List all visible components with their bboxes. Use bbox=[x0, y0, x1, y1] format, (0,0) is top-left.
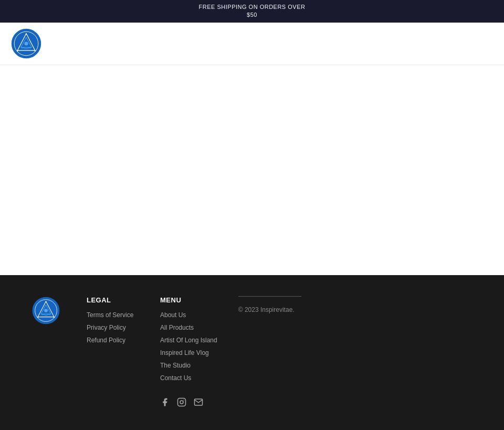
site-header bbox=[0, 23, 504, 65]
svg-point-18 bbox=[183, 400, 184, 401]
logo[interactable] bbox=[10, 28, 42, 59]
svg-point-17 bbox=[180, 401, 183, 404]
footer-link-artist[interactable]: Artist Of Long Island bbox=[160, 337, 217, 344]
footer-copyright-text: © 2023 Inspirevitae. bbox=[238, 306, 301, 313]
banner-text-line2: $50 bbox=[247, 12, 257, 18]
banner-text-line1: FREE SHIPPING ON ORDERS OVER bbox=[199, 4, 306, 10]
footer-link-terms[interactable]: Terms of Service bbox=[87, 311, 139, 319]
footer-copyright-section: © 2023 Inspirevitae. bbox=[238, 296, 301, 313]
main-content bbox=[0, 65, 504, 275]
footer-link-contact[interactable]: Contact Us bbox=[160, 374, 217, 382]
instagram-icon[interactable] bbox=[177, 397, 186, 410]
footer-legal-title: LEGAL bbox=[87, 296, 139, 304]
site-footer: LEGAL Terms of Service Privacy Policy Re… bbox=[0, 275, 504, 430]
footer-menu-section: MENU About Us All Products Artist Of Lon… bbox=[160, 296, 217, 410]
footer-link-all-products[interactable]: All Products bbox=[160, 324, 217, 331]
svg-rect-16 bbox=[178, 398, 186, 406]
social-icons-container bbox=[160, 397, 217, 410]
footer-logo-container bbox=[32, 296, 66, 327]
footer-legal-section: LEGAL Terms of Service Privacy Policy Re… bbox=[87, 296, 139, 349]
email-icon[interactable] bbox=[194, 397, 203, 410]
svg-point-12 bbox=[44, 309, 48, 312]
svg-point-4 bbox=[24, 41, 28, 45]
footer-divider bbox=[238, 296, 301, 297]
footer-link-privacy[interactable]: Privacy Policy bbox=[87, 324, 139, 331]
footer-logo-svg bbox=[32, 296, 60, 325]
svg-point-7 bbox=[35, 50, 36, 51]
svg-point-13 bbox=[45, 301, 46, 302]
logo-svg bbox=[10, 28, 42, 59]
svg-point-5 bbox=[26, 34, 27, 35]
footer-link-about[interactable]: About Us bbox=[160, 311, 217, 319]
svg-point-15 bbox=[54, 317, 55, 318]
footer-link-inspired-life[interactable]: Inspired Life Vlog bbox=[160, 349, 217, 356]
footer-menu-title: MENU bbox=[160, 296, 217, 304]
svg-point-14 bbox=[37, 317, 38, 318]
footer-link-studio[interactable]: The Studio bbox=[160, 362, 217, 369]
footer-link-refund[interactable]: Refund Policy bbox=[87, 337, 139, 344]
facebook-icon[interactable] bbox=[160, 397, 170, 410]
svg-point-6 bbox=[17, 50, 18, 51]
top-banner: FREE SHIPPING ON ORDERS OVER $50 bbox=[0, 0, 504, 23]
